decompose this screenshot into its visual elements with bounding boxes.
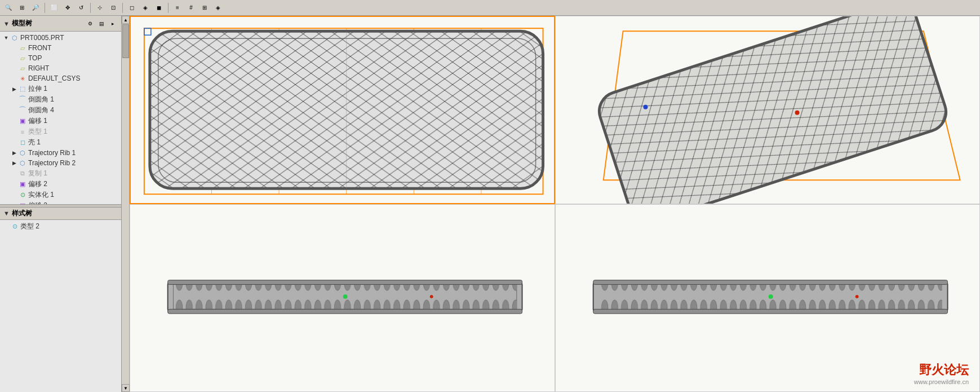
tree-label-type1: 类型 1 bbox=[28, 127, 47, 136]
tree-expand-offset1 bbox=[10, 117, 18, 125]
toolbar-btn-hidden[interactable]: ◈ bbox=[139, 2, 152, 14]
tree-item-type1[interactable]: ≡ 类型 1 bbox=[0, 126, 121, 137]
viewport-panel-top-left[interactable] bbox=[130, 16, 555, 204]
style-tree-content: ⊙ 类型 2 bbox=[0, 220, 121, 393]
tree-item-shell1[interactable]: ◻ 壳 1 bbox=[0, 137, 121, 148]
scrollbar-thumb[interactable] bbox=[122, 24, 129, 58]
tree-expand-solidify1 bbox=[10, 191, 18, 199]
tree-label-type2: 类型 2 bbox=[20, 222, 39, 231]
svg-rect-33 bbox=[593, 309, 947, 314]
viewport-panel-bottom-left[interactable] bbox=[130, 204, 555, 393]
tree-label-traj-rib2: Trajectory Rib 2 bbox=[28, 159, 76, 167]
offset2-icon: ▣ bbox=[18, 180, 27, 189]
tree-item-right[interactable]: ▱ RIGHT bbox=[0, 63, 121, 73]
tree-label-top: TOP bbox=[28, 54, 42, 62]
tree-item-round1[interactable]: ⌒ 倒圆角 1 bbox=[0, 94, 121, 105]
tree-settings-btn[interactable]: ⚙ bbox=[85, 19, 95, 29]
tree-item-csys[interactable]: ✳ DEFAULT_CSYS bbox=[0, 73, 121, 83]
tree-expand-front bbox=[10, 44, 18, 52]
copy1-icon: ⧉ bbox=[18, 169, 27, 178]
main-area: ▼ 模型树 ⚙ ▤ ▸ ▼ ⬡ PRT0005.PRT bbox=[0, 16, 980, 392]
toolbar-sep-4 bbox=[168, 3, 168, 13]
toolbar-btn-zoom-in[interactable]: 🔍 bbox=[2, 2, 15, 14]
tree-expand-type2 bbox=[2, 222, 10, 230]
svg-point-19 bbox=[795, 111, 799, 115]
tree-item-top[interactable]: ▱ TOP bbox=[0, 53, 121, 63]
viewport-svg-top-right bbox=[556, 16, 980, 204]
tree-label-traj-rib1: Trajectory Rib 1 bbox=[28, 149, 76, 157]
tree-label-shell1: 壳 1 bbox=[28, 138, 41, 147]
toolbar-btn-pan[interactable]: ✥ bbox=[61, 2, 74, 14]
svg-point-28 bbox=[430, 294, 433, 298]
scrollbar-up-btn[interactable]: ▲ bbox=[122, 16, 130, 24]
tree-expand-type1 bbox=[10, 128, 18, 136]
toolbar-sep-2 bbox=[90, 3, 91, 13]
tree-item-traj-rib2[interactable]: ▶ ⬡ Trajectory Rib 2 bbox=[0, 158, 121, 168]
extrude-icon: ⬚ bbox=[18, 85, 27, 94]
right-plane-icon: ▱ bbox=[18, 64, 27, 73]
svg-rect-32 bbox=[593, 280, 947, 284]
tree-expand-traj2[interactable]: ▶ bbox=[10, 159, 18, 167]
svg-rect-1 bbox=[144, 28, 151, 35]
tree-header-icons: ⚙ ▤ ▸ bbox=[85, 19, 118, 29]
tree-label-extrude1: 拉伸 1 bbox=[28, 84, 47, 94]
tree-item-solidify1[interactable]: ⊙ 实体化 1 bbox=[0, 190, 121, 200]
sidebar-scrollbar[interactable]: ▲ ▼ bbox=[121, 16, 129, 392]
scrollbar-down-btn[interactable]: ▼ bbox=[122, 384, 130, 392]
tree-expand-extrude1[interactable]: ▶ bbox=[10, 85, 18, 93]
csys-icon: ✳ bbox=[18, 74, 27, 83]
svg-point-35 bbox=[855, 294, 858, 298]
tree-expand-copy1 bbox=[10, 170, 18, 178]
tree-item-copy1[interactable]: ⧉ 复制 1 bbox=[0, 168, 121, 179]
toolbar-btn-wireframe[interactable]: ◻ bbox=[126, 2, 138, 14]
tree-expand-prt0005[interactable]: ▼ bbox=[2, 34, 10, 42]
toolbar-btn-zoom-area[interactable]: ⊞ bbox=[16, 2, 28, 14]
tree-label-offset1: 偏移 1 bbox=[28, 116, 47, 126]
style-tree-label: 样式树 bbox=[12, 209, 32, 218]
tree-item-traj-rib1[interactable]: ▶ ⬡ Trajectory Rib 1 bbox=[0, 148, 121, 158]
svg-rect-25 bbox=[168, 280, 522, 284]
sidebar-wrapper: ▼ 模型树 ⚙ ▤ ▸ ▼ ⬡ PRT0005.PRT bbox=[0, 16, 130, 392]
scrollbar-track-area bbox=[122, 24, 129, 384]
tree-expand-right bbox=[10, 64, 18, 72]
toolbar-btn-rotate[interactable]: ↺ bbox=[75, 2, 87, 14]
tree-label-round1: 倒圆角 1 bbox=[28, 95, 54, 104]
prt-icon: ⬡ bbox=[10, 33, 19, 42]
sidebar-main: ▼ 模型树 ⚙ ▤ ▸ ▼ ⬡ PRT0005.PRT bbox=[0, 16, 121, 392]
viewport-panel-bottom-right[interactable] bbox=[555, 204, 981, 393]
svg-rect-26 bbox=[168, 309, 522, 314]
toolbar-btn-shaded[interactable]: ◼ bbox=[153, 2, 165, 14]
tree-expand-shell1 bbox=[10, 139, 18, 147]
tree-item-prt0005[interactable]: ▼ ⬡ PRT0005.PRT bbox=[0, 33, 121, 43]
viewport-panel-top-right[interactable] bbox=[555, 16, 981, 204]
tree-label-csys: DEFAULT_CSYS bbox=[28, 74, 80, 82]
tree-more-btn[interactable]: ▸ bbox=[108, 19, 118, 29]
tree-label-front: FRONT bbox=[28, 44, 51, 52]
tree-item-front[interactable]: ▱ FRONT bbox=[0, 43, 121, 53]
model-tree-expand-icon[interactable]: ▼ bbox=[3, 20, 10, 27]
tree-filter-btn[interactable]: ▤ bbox=[96, 19, 107, 29]
style-tree-expand-icon[interactable]: ▼ bbox=[3, 210, 10, 217]
toolbar-btn-saved-orient[interactable]: ⊡ bbox=[107, 2, 119, 14]
toolbar-btn-appear[interactable]: ◈ bbox=[212, 2, 224, 14]
toolbar-btn-orient[interactable]: ⊹ bbox=[94, 2, 106, 14]
tree-item-offset2[interactable]: ▣ 偏移 2 bbox=[0, 179, 121, 190]
top-plane-icon: ▱ bbox=[18, 54, 27, 63]
type1-icon: ≡ bbox=[18, 127, 27, 136]
tree-label-offset2: 偏移 2 bbox=[28, 179, 47, 189]
round1-icon: ⌒ bbox=[18, 95, 27, 104]
tree-item-offset1[interactable]: ▣ 偏移 1 bbox=[0, 116, 121, 126]
tree-item-round4[interactable]: ⌒ 倒圆角 4 bbox=[0, 105, 121, 116]
tree-expand-traj1[interactable]: ▶ bbox=[10, 149, 18, 157]
tree-item-extrude1[interactable]: ▶ ⬚ 拉伸 1 bbox=[0, 83, 121, 94]
tree-item-type2[interactable]: ⊙ 类型 2 bbox=[0, 221, 121, 232]
toolbar-btn-layers[interactable]: ≡ bbox=[171, 2, 184, 14]
toolbar-btn-grid[interactable]: # bbox=[185, 2, 197, 14]
toolbar-btn-zoom-out[interactable]: 🔎 bbox=[29, 2, 42, 14]
traj-rib2-icon: ⬡ bbox=[18, 158, 27, 168]
traj-rib1-icon: ⬡ bbox=[18, 148, 27, 157]
toolbar-btn-view-mgr[interactable]: ⊞ bbox=[198, 2, 211, 14]
viewport-svg-bottom-right bbox=[556, 205, 980, 392]
toolbar-btn-fit[interactable]: ⬜ bbox=[48, 2, 60, 14]
viewport-svg-top-left bbox=[130, 16, 555, 204]
